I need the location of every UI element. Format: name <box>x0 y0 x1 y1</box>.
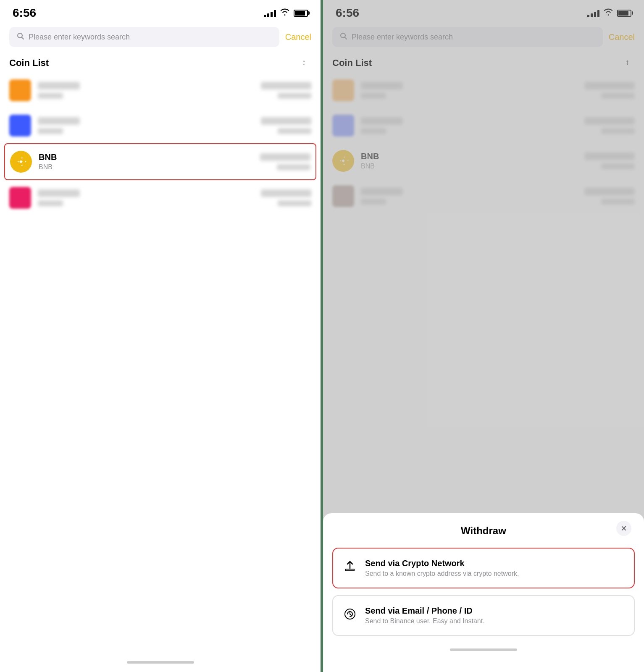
right-coin-right-1 <box>584 82 635 99</box>
left-bnb-val-blur <box>260 153 310 161</box>
left-coin-sym-blur-2 <box>38 128 63 134</box>
left-sort-icon[interactable]: ↕ <box>302 57 311 68</box>
left-time: 6:56 <box>13 6 36 20</box>
left-coin-item-2[interactable] <box>9 108 311 143</box>
right-coin-icon-4 <box>332 185 354 207</box>
left-search-placeholder: Please enter keywords search <box>29 33 130 42</box>
bottom-sheet-header: Withdraw × <box>323 513 644 543</box>
right-phone-panel: 6:56 <box>323 0 644 672</box>
left-home-bar <box>127 661 194 664</box>
left-coin-info-2 <box>38 117 254 134</box>
send-crypto-icon <box>343 560 357 576</box>
left-bnb-symbol: BNB <box>39 163 253 171</box>
left-coin-name-blur-2 <box>38 117 80 125</box>
right-coin-list-header: Coin List ↕ <box>323 51 644 73</box>
left-coin-name-blur-4 <box>38 189 80 197</box>
bottom-sheet-title: Withdraw <box>461 525 506 537</box>
right-search-bar[interactable]: Please enter keywords search <box>332 27 603 47</box>
left-coin-sym-blur-1 <box>38 93 63 99</box>
right-coin-pct-blur-2 <box>601 128 635 134</box>
right-coin-val-blur-1 <box>584 82 635 89</box>
right-bnb-val-blur <box>584 152 635 160</box>
send-email-info: Send via Email / Phone / ID Send to Bina… <box>365 606 485 625</box>
left-bnb-pct-blur <box>277 164 310 170</box>
wifi-icon <box>280 8 289 18</box>
left-coin-name-blur-1 <box>38 82 80 89</box>
left-status-bar: 6:56 <box>0 0 321 23</box>
right-signal-icon <box>587 9 599 17</box>
right-coin-name-blur-1 <box>361 82 403 89</box>
left-coin-list: BNB BNB <box>0 73 321 661</box>
send-email-icon <box>343 607 357 624</box>
right-coin-val-blur-2 <box>584 117 635 125</box>
right-coin-info-1 <box>361 82 578 99</box>
right-coin-name-blur-2 <box>361 117 403 125</box>
right-coin-sym-blur-4 <box>361 199 386 205</box>
right-coin-name-blur-4 <box>361 188 403 195</box>
left-search-bar[interactable]: Please enter keywords search <box>9 27 279 47</box>
right-time: 6:56 <box>336 6 359 20</box>
left-coin-val-blur-4 <box>261 189 311 197</box>
right-wifi-icon <box>604 8 613 18</box>
right-battery-icon <box>617 10 631 17</box>
left-search-icon <box>17 32 24 42</box>
right-coin-item-2[interactable] <box>332 108 635 143</box>
right-home-bar <box>450 648 517 651</box>
left-phone-panel: 6:56 <box>0 0 321 672</box>
left-coin-sym-blur-4 <box>38 200 63 206</box>
right-coin-right-2 <box>584 117 635 134</box>
right-coin-list-title: Coin List <box>332 58 372 68</box>
right-home-indicator <box>323 640 644 651</box>
left-coin-pct-blur-2 <box>278 128 311 134</box>
left-cancel-button[interactable]: Cancel <box>285 32 311 42</box>
left-coin-icon-2 <box>9 115 31 136</box>
right-bnb-pct-blur <box>601 163 635 169</box>
right-bnb-right <box>584 152 635 169</box>
right-coin-pct-blur-4 <box>601 199 635 205</box>
send-email-phone-option[interactable]: Send via Email / Phone / ID Send to Bina… <box>332 595 635 636</box>
right-coin-item-1[interactable] <box>332 73 635 108</box>
right-coin-icon-1 <box>332 79 354 101</box>
right-sort-icon[interactable]: ↕ <box>626 57 635 68</box>
left-coin-info-4 <box>38 189 254 206</box>
right-coin-item-4[interactable] <box>332 178 635 214</box>
right-search-icon <box>340 32 347 42</box>
send-crypto-network-option[interactable]: Send via Crypto Network Send to a known … <box>332 548 635 588</box>
send-crypto-title: Send via Crypto Network <box>365 559 519 568</box>
left-bnb-name: BNB <box>39 152 253 162</box>
withdraw-bottom-sheet: Withdraw × Send via Crypto Network Send … <box>323 513 644 672</box>
left-coin-pct-blur-4 <box>278 200 311 206</box>
right-bnb-info: BNB BNB <box>361 152 578 170</box>
right-coin-sym-blur-2 <box>361 128 386 134</box>
right-bnb-symbol: BNB <box>361 163 578 170</box>
battery-icon <box>294 10 308 17</box>
left-coin-right-4 <box>261 189 311 206</box>
right-bnb-icon <box>332 150 354 172</box>
close-bottom-sheet-button[interactable]: × <box>616 521 631 536</box>
left-search-container: Please enter keywords search Cancel <box>0 23 321 51</box>
left-home-indicator <box>0 661 321 672</box>
left-bnb-info: BNB BNB <box>39 152 253 171</box>
right-coin-item-bnb[interactable]: BNB BNB <box>332 143 635 178</box>
signal-icon <box>264 9 276 17</box>
left-coin-item-bnb[interactable]: BNB BNB <box>4 143 316 180</box>
right-search-container: Please enter keywords search Cancel <box>323 23 644 51</box>
left-coin-list-title: Coin List <box>9 58 49 68</box>
left-coin-icon-1 <box>9 79 31 101</box>
right-status-icons <box>587 8 631 18</box>
right-coin-val-blur-4 <box>584 188 635 195</box>
left-coin-item-4[interactable] <box>9 180 311 215</box>
left-coin-right-2 <box>261 117 311 134</box>
right-search-placeholder: Please enter keywords search <box>352 33 453 42</box>
right-coin-info-2 <box>361 117 578 134</box>
left-coin-item-1[interactable] <box>9 73 311 108</box>
left-coin-val-blur-2 <box>261 117 311 125</box>
right-bnb-name: BNB <box>361 152 578 161</box>
left-coin-right-1 <box>261 82 311 99</box>
send-crypto-info: Send via Crypto Network Send to a known … <box>365 559 519 578</box>
right-coin-pct-blur-1 <box>601 93 635 99</box>
left-coin-info-1 <box>38 82 254 99</box>
right-coin-sym-blur-1 <box>361 93 386 99</box>
right-coin-info-4 <box>361 188 578 205</box>
right-cancel-button[interactable]: Cancel <box>609 32 635 42</box>
